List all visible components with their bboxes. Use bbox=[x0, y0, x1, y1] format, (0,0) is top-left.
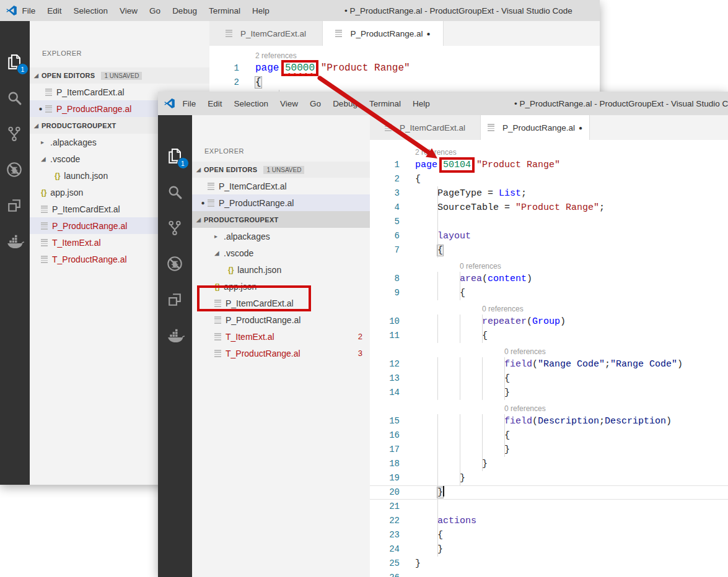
code-text: } bbox=[415, 386, 510, 400]
code-line[interactable]: 25} bbox=[370, 557, 728, 571]
code-line[interactable]: 11{ bbox=[370, 329, 728, 343]
code-line[interactable]: 7{ bbox=[370, 243, 728, 258]
menu-item-view[interactable]: View bbox=[114, 6, 144, 15]
extensions-icon[interactable] bbox=[166, 291, 185, 310]
code-line[interactable]: 15field(Description;Description) bbox=[370, 414, 728, 428]
code-token: page bbox=[415, 160, 437, 170]
indent-guide bbox=[482, 357, 483, 371]
code-line[interactable]: 1page 50104 "Product Range" bbox=[370, 158, 728, 172]
codelens-references[interactable]: 0 references bbox=[370, 300, 728, 315]
debug-icon[interactable] bbox=[6, 161, 24, 180]
open-files-count-badge: 1 bbox=[177, 157, 189, 169]
tree-item[interactable]: T_ItemExt.al2 bbox=[192, 328, 370, 345]
codelens-references[interactable]: 2 references bbox=[209, 47, 600, 61]
code-line[interactable]: 14} bbox=[370, 386, 728, 400]
indent-guide bbox=[482, 329, 483, 343]
menu-item-debug[interactable]: Debug bbox=[167, 6, 203, 15]
menu-item-file[interactable]: File bbox=[16, 6, 42, 15]
code-line[interactable]: 5 bbox=[370, 215, 728, 229]
menu-item-edit[interactable]: Edit bbox=[42, 6, 68, 15]
code-line[interactable]: 4SourceTable = "Product Range"; bbox=[370, 201, 728, 215]
tree-item[interactable]: P_ItemCardExt.al bbox=[192, 295, 370, 311]
menu-item-help[interactable]: Help bbox=[246, 6, 275, 15]
tab-p_productrange-al[interactable]: P_ProductRange.al● bbox=[323, 21, 444, 46]
json-file-icon: {} bbox=[228, 266, 234, 274]
menu-item-debug[interactable]: Debug bbox=[327, 99, 364, 108]
tree-item[interactable]: P_ProductRange.al bbox=[192, 311, 370, 328]
debug-icon[interactable] bbox=[166, 255, 185, 274]
tree-item[interactable]: ◢.vscode bbox=[192, 245, 370, 261]
files-icon[interactable]: 1 bbox=[6, 53, 24, 72]
search-icon[interactable] bbox=[6, 89, 24, 108]
chevron-collapsed-icon: ▸ bbox=[214, 233, 221, 240]
code-token: ( bbox=[482, 274, 488, 284]
open-editor-item[interactable]: P_ItemCardExt.al bbox=[192, 178, 370, 194]
code-line[interactable]: 10repeater(Group) bbox=[370, 315, 728, 329]
code-line[interactable]: 19} bbox=[370, 471, 728, 485]
tab-p_productrange-al[interactable]: P_ProductRange.al● bbox=[481, 115, 590, 140]
code-line[interactable]: 23{ bbox=[370, 528, 728, 542]
code-area[interactable]: 2 references1page 50104 "Product Range"2… bbox=[370, 140, 728, 577]
code-text: } bbox=[415, 443, 510, 457]
codelens-references[interactable]: 2 references bbox=[370, 144, 728, 158]
menu-item-selection[interactable]: Selection bbox=[228, 99, 274, 108]
code-line[interactable]: 16{ bbox=[370, 428, 728, 443]
tree-item[interactable]: {}launch.json bbox=[192, 261, 370, 278]
tab-bar: P_ItemCardExt.alP_ProductRange.al● bbox=[209, 21, 600, 46]
code-line[interactable]: 9{ bbox=[370, 286, 728, 300]
tree-item-content: T_ProductRange.al bbox=[192, 349, 300, 358]
code-line[interactable]: 2{ bbox=[370, 172, 728, 186]
code-line[interactable]: 1page 50000 "Product Range" bbox=[209, 61, 600, 76]
code-line[interactable]: 6layout bbox=[370, 229, 728, 243]
tree-item[interactable]: ▸.alpackages bbox=[192, 228, 370, 245]
docker-icon[interactable] bbox=[166, 327, 185, 345]
menu-item-view[interactable]: View bbox=[274, 99, 304, 108]
line-number: 14 bbox=[370, 386, 400, 400]
tree-item[interactable]: T_ProductRange.al3 bbox=[192, 345, 370, 362]
problem-count-badge: 3 bbox=[358, 349, 362, 358]
menu-item-terminal[interactable]: Terminal bbox=[203, 6, 246, 15]
indent-guide bbox=[437, 215, 438, 229]
code-line[interactable]: 3PageType = List; bbox=[370, 186, 728, 201]
code-line[interactable]: 2{ bbox=[209, 76, 600, 90]
code-line[interactable]: 20} bbox=[370, 485, 728, 500]
extensions-icon[interactable] bbox=[6, 197, 24, 215]
project-header[interactable]: ◢PRODUCTGROUPEXT bbox=[192, 211, 370, 228]
open-editor-item[interactable]: ●P_ProductRange.al bbox=[192, 194, 370, 211]
open-editors-header[interactable]: ◢OPEN EDITORS1 UNSAVED bbox=[30, 67, 209, 84]
codelens-references[interactable]: 0 references bbox=[370, 258, 728, 272]
codelens-references[interactable]: 0 references bbox=[370, 400, 728, 414]
open-files-count-badge: 1 bbox=[17, 63, 29, 75]
code-line[interactable]: 24} bbox=[370, 542, 728, 557]
code-line[interactable]: 18} bbox=[370, 457, 728, 471]
open-editors-header[interactable]: ◢OPEN EDITORS1 UNSAVED bbox=[192, 162, 370, 178]
menu-item-edit[interactable]: Edit bbox=[202, 99, 228, 108]
code-line[interactable]: 22actions bbox=[370, 514, 728, 528]
code-line[interactable]: 26 bbox=[370, 571, 728, 577]
tree-item-content: ▸.alpackages bbox=[30, 137, 97, 147]
docker-icon[interactable] bbox=[6, 233, 24, 251]
code-line[interactable]: 12field("Range Code";"Range Code") bbox=[370, 357, 728, 371]
file-icon bbox=[41, 256, 48, 263]
code-line[interactable]: 13{ bbox=[370, 371, 728, 386]
menu-item-selection[interactable]: Selection bbox=[68, 6, 114, 15]
code-line[interactable]: 8area(content) bbox=[370, 272, 728, 286]
menu-item-file[interactable]: File bbox=[177, 99, 202, 108]
tab-p_itemcardext-al[interactable]: P_ItemCardExt.al bbox=[209, 21, 323, 46]
menu-item-help[interactable]: Help bbox=[406, 99, 436, 108]
files-icon[interactable]: 1 bbox=[166, 147, 185, 166]
tree-item[interactable]: {}app.json bbox=[192, 278, 370, 295]
search-icon[interactable] bbox=[166, 183, 185, 202]
menu-item-go[interactable]: Go bbox=[304, 99, 327, 108]
tree-item-content: T_ProductRange.al bbox=[30, 254, 127, 264]
menu-item-go[interactable]: Go bbox=[144, 6, 167, 15]
code-token: { bbox=[504, 373, 510, 384]
code-line[interactable]: 17} bbox=[370, 443, 728, 457]
source-control-icon[interactable] bbox=[166, 219, 185, 238]
tab-p_itemcardext-al[interactable]: P_ItemCardExt.al bbox=[370, 115, 481, 140]
code-line[interactable]: 21 bbox=[370, 500, 728, 514]
source-control-icon[interactable] bbox=[6, 125, 24, 144]
menu-item-terminal[interactable]: Terminal bbox=[363, 99, 406, 108]
codelens-references[interactable]: 0 references bbox=[370, 343, 728, 357]
indent-guide bbox=[437, 357, 438, 371]
